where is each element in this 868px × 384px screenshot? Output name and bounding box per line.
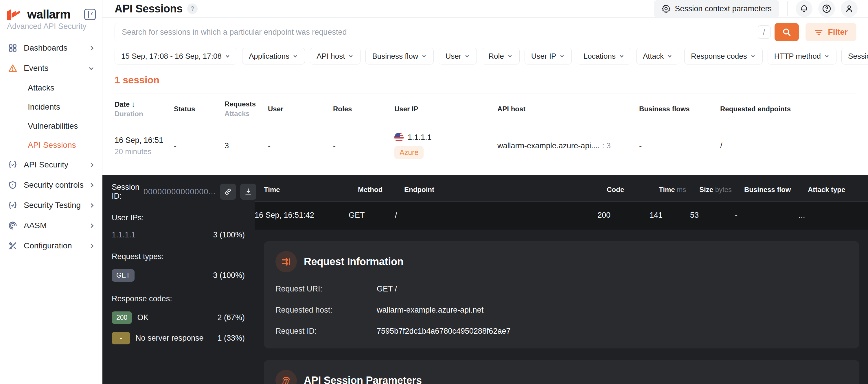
help-button[interactable]: [818, 0, 835, 17]
chip-label: Locations: [583, 52, 615, 61]
spiral-target-icon: [7, 220, 18, 231]
col-status[interactable]: Status: [174, 104, 224, 114]
chip-label: Business flow: [372, 52, 418, 61]
req-code: 200: [597, 211, 650, 220]
req-size: 53: [690, 211, 735, 220]
filter-button[interactable]: Filter: [806, 23, 857, 41]
cell-user-ip: 1.1.1.1 Azure: [394, 133, 497, 159]
col-user-ip[interactable]: User IP: [394, 104, 497, 114]
search-group: /: [115, 23, 799, 41]
col-requests-label: Requests: [224, 100, 256, 108]
col-roles-label: Roles: [333, 105, 352, 113]
chip-response-codes[interactable]: Response codes: [684, 48, 763, 64]
sidebar-item-api-sessions[interactable]: API Sessions: [0, 136, 102, 155]
col-business-flow: Business flow: [744, 186, 808, 194]
col-date-duration[interactable]: Date↓ Duration: [115, 99, 174, 119]
cell-requests: 3: [224, 141, 268, 150]
col-roles[interactable]: Roles: [333, 104, 394, 114]
user-ip-row: 1.1.1.1 3 (100%): [112, 230, 245, 239]
chevron-down-icon: [825, 54, 829, 58]
chevron-right-icon: [89, 183, 94, 187]
wallarm-logo[interactable]: wallarm: [7, 7, 70, 22]
request-row[interactable]: 16 Sep, 16:51:42 GET / 200 141 53 - ...: [255, 201, 868, 230]
chip-label: 15 Sep, 17:08 - 16 Sep, 17:08: [121, 52, 222, 61]
topbar-divider: [787, 1, 787, 16]
chip-api-host[interactable]: API host: [310, 48, 361, 64]
chip-date-range[interactable]: 15 Sep, 17:08 - 16 Sep, 17:08: [115, 48, 237, 64]
sidebar-item-label: Attacks: [28, 83, 95, 93]
chip-user-ip[interactable]: User IP: [525, 48, 572, 64]
sidebar-item-label: API Security: [24, 160, 84, 169]
sidebar-item-label: Security Testing: [24, 201, 84, 210]
notifications-button[interactable]: [796, 0, 812, 17]
azure-tag[interactable]: Azure: [394, 146, 424, 159]
chip-business-flow[interactable]: Business flow: [365, 48, 434, 64]
chip-http-method[interactable]: HTTP method: [768, 48, 836, 64]
col-status-label: Status: [174, 105, 195, 113]
col-api-host[interactable]: API host: [497, 104, 639, 114]
session-api-host: wallarm-example.azure-api....: [497, 141, 600, 150]
sidebar-item-events[interactable]: Events: [0, 58, 102, 78]
chevron-down-icon: [560, 54, 564, 58]
copy-link-button[interactable]: [220, 184, 236, 200]
col-duration-label: Duration: [115, 110, 143, 118]
sidebar-item-vulnerabilities[interactable]: Vulnerabilities: [0, 117, 102, 136]
sidebar-item-aasm[interactable]: AASM: [0, 216, 102, 236]
session-duration: 20 minutes: [115, 147, 174, 156]
session-api-host-count: 3: [607, 141, 611, 150]
session-count-heading: 1 session: [115, 74, 857, 86]
us-flag-icon: [394, 133, 404, 142]
sidebar-item-incidents[interactable]: Incidents: [0, 97, 102, 117]
page-title: API Sessions: [115, 3, 183, 15]
search-button[interactable]: [775, 23, 799, 41]
code-200-share: 2 (67%): [217, 313, 245, 322]
sidebar-item-security-testing[interactable]: Security Testing: [0, 195, 102, 216]
sidebar-item-configuration[interactable]: Configuration: [0, 236, 102, 256]
requested-host-value: wallarm-example.azure-api.net: [377, 306, 484, 315]
gear-icon: [661, 4, 671, 13]
user-menu-button[interactable]: [841, 0, 858, 17]
request-uri-row: Request URI: GET /: [275, 285, 848, 293]
chevron-down-icon: [423, 54, 426, 58]
session-requests-column: Time Method Endpoint Code Time ms Size b…: [255, 174, 868, 384]
sidebar-item-label: Configuration: [24, 241, 84, 250]
chip-user[interactable]: User: [439, 48, 477, 64]
session-context-parameters-button[interactable]: Session context parameters: [654, 0, 779, 18]
col-business-flows[interactable]: Business flows: [639, 104, 720, 114]
download-icon: [244, 187, 253, 196]
brand-subtitle: Advanced API Security: [0, 22, 102, 36]
request-information-title: Request Information: [304, 256, 403, 268]
chip-applications[interactable]: Applications: [242, 48, 305, 64]
session-summary-column: Session ID: 00000000000000... User IPs: …: [102, 174, 255, 384]
chip-attack[interactable]: Attack: [636, 48, 679, 64]
cell-requested-endpoints: /: [720, 141, 857, 150]
col-time-ms-label: Time: [659, 186, 675, 193]
topbar-actions: Session context parameters: [654, 0, 858, 18]
col-size-unit: bytes: [715, 186, 732, 193]
req-endpoint: /: [395, 211, 597, 220]
session-row[interactable]: 16 Sep, 16:51 20 minutes - 3 - - 1.1.1.1…: [115, 125, 857, 168]
chip-role[interactable]: Role: [482, 48, 519, 64]
col-requests-attacks[interactable]: Requests Attacks: [224, 99, 268, 118]
download-button[interactable]: [240, 184, 256, 200]
collapse-sidebar-icon[interactable]: [84, 9, 96, 20]
chip-locations[interactable]: Locations: [577, 48, 631, 64]
cell-business-flows: -: [639, 141, 720, 150]
request-arrows-icon: [275, 251, 297, 273]
sidebar-item-dashboards[interactable]: Dashboards: [0, 38, 102, 58]
sidebar-item-attacks[interactable]: Attacks: [0, 78, 102, 97]
chip-label: Session ID: [848, 52, 868, 61]
chevron-down-icon: [293, 54, 297, 58]
search-input[interactable]: [115, 23, 758, 41]
title-help-icon[interactable]: ?: [187, 3, 197, 14]
sidebar-item-api-security[interactable]: API Security: [0, 155, 102, 175]
col-user[interactable]: User: [268, 104, 333, 114]
chip-session-id[interactable]: Session ID: [841, 48, 868, 64]
user-icon: [844, 4, 854, 13]
col-requested-endpoints[interactable]: Requested endpoints: [720, 104, 857, 114]
req-time-ms: 141: [650, 211, 690, 220]
user-ip: 1.1.1.1: [112, 230, 136, 239]
warning-triangle-icon: [7, 63, 18, 73]
cell-roles: -: [333, 141, 394, 150]
sidebar-item-security-controls[interactable]: Security controls: [0, 175, 102, 195]
